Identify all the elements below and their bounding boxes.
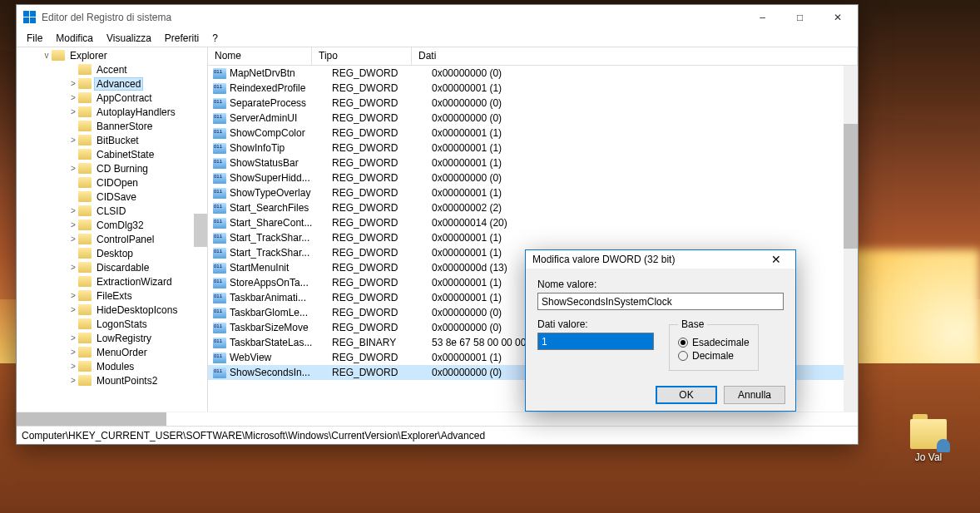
tree-item-modules[interactable]: >Modules bbox=[17, 359, 207, 373]
expand-icon[interactable]: > bbox=[68, 79, 78, 88]
col-header-data[interactable]: Dati bbox=[412, 47, 858, 65]
list-row[interactable]: ShowTypeOverlayREG_DWORD0x00000001 (1) bbox=[208, 185, 858, 200]
menu-preferiti[interactable]: Preferiti bbox=[160, 31, 204, 46]
tree-item-clsid[interactable]: >CLSID bbox=[17, 204, 207, 218]
dialog-titlebar[interactable]: Modifica valore DWORD (32 bit) ✕ bbox=[526, 250, 795, 269]
list-row[interactable]: ServerAdminUIREG_DWORD0x00000000 (0) bbox=[208, 111, 858, 126]
menu-file[interactable]: File bbox=[22, 31, 47, 46]
radio-dec-dot[interactable] bbox=[678, 351, 688, 361]
tree-scrollbar-thumb[interactable] bbox=[194, 214, 207, 247]
expand-icon[interactable]: > bbox=[68, 333, 78, 343]
list-cell-type: REG_DWORD bbox=[332, 97, 432, 109]
dialog-close-button[interactable]: ✕ bbox=[764, 253, 789, 266]
menu-modifica[interactable]: Modifica bbox=[51, 31, 98, 46]
tree-item-accent[interactable]: Accent bbox=[17, 62, 207, 76]
list-row[interactable]: ReindexedProfileREG_DWORD0x00000001 (1) bbox=[208, 81, 858, 96]
tree-item-cidopen[interactable]: CIDOpen bbox=[17, 175, 207, 190]
tree-item-discardable[interactable]: >Discardable bbox=[17, 260, 207, 274]
tree-item-autoplayhandlers[interactable]: >AutoplayHandlers bbox=[17, 105, 207, 119]
radio-hex-dot[interactable] bbox=[678, 338, 688, 348]
value-name-input[interactable] bbox=[537, 293, 784, 310]
expand-icon[interactable]: > bbox=[68, 206, 78, 215]
list-header[interactable]: Nome Tipo Dati bbox=[208, 47, 858, 66]
folder-icon bbox=[78, 177, 92, 188]
tree-item-label: ExtractionWizard bbox=[94, 276, 175, 288]
tree-item-desktop[interactable]: Desktop bbox=[17, 246, 207, 260]
list-row[interactable]: ShowStatusBarREG_DWORD0x00000001 (1) bbox=[208, 155, 858, 170]
collapse-icon[interactable]: v bbox=[42, 51, 52, 60]
list-row[interactable]: ShowSuperHidd...REG_DWORD0x00000000 (0) bbox=[208, 170, 858, 185]
expand-icon[interactable]: > bbox=[68, 376, 78, 385]
list-row[interactable]: ShowInfoTipREG_DWORD0x00000001 (1) bbox=[208, 141, 858, 155]
tree-item-hidedesktopicons[interactable]: >HideDesktopIcons bbox=[17, 303, 207, 317]
tree-item-cabinetstate[interactable]: CabinetState bbox=[17, 147, 207, 161]
cancel-button[interactable]: Annulla bbox=[724, 386, 785, 404]
list-scrollbar-thumb[interactable] bbox=[844, 124, 858, 249]
tree-item-bannerstore[interactable]: BannerStore bbox=[17, 119, 207, 133]
list-row[interactable]: Start_SearchFilesREG_DWORD0x00000002 (2) bbox=[208, 200, 858, 215]
expand-icon[interactable]: > bbox=[68, 305, 78, 314]
tree-item-comdlg32[interactable]: >ComDlg32 bbox=[17, 218, 207, 232]
tree-item-mountpoints2[interactable]: >MountPoints2 bbox=[17, 373, 207, 387]
folder-icon bbox=[78, 205, 92, 216]
tree-item-label: BannerStore bbox=[94, 121, 155, 132]
tree-item-cidsave[interactable]: CIDSave bbox=[17, 190, 207, 204]
tree-item-logonstats[interactable]: LogonStats bbox=[17, 317, 207, 331]
folder-icon bbox=[78, 262, 92, 273]
list-cell-name: ServerAdminUI bbox=[230, 112, 332, 124]
list-cell-type: REG_BINARY bbox=[332, 337, 432, 348]
expand-icon[interactable]: > bbox=[68, 263, 78, 272]
maximize-button[interactable]: □ bbox=[781, 5, 819, 30]
tree-item-lowregistry[interactable]: >LowRegistry bbox=[17, 331, 207, 345]
horizontal-scrollbar[interactable] bbox=[17, 412, 858, 426]
tree-item-label: AutoplayHandlers bbox=[94, 106, 178, 118]
list-cell-data: 0x00000001 (1) bbox=[432, 187, 858, 199]
hscroll-thumb-left[interactable] bbox=[17, 412, 166, 426]
radio-hex[interactable]: Esadecimale bbox=[678, 337, 750, 348]
tree-item-extractionwizard[interactable]: ExtractionWizard bbox=[17, 274, 207, 289]
list-row[interactable]: ShowCompColorREG_DWORD0x00000001 (1) bbox=[208, 126, 858, 141]
col-header-name[interactable]: Nome bbox=[208, 47, 312, 65]
desktop-icon-joval[interactable]: Jo Val bbox=[910, 419, 947, 463]
tree-item-menuorder[interactable]: >MenuOrder bbox=[17, 345, 207, 359]
radio-dec[interactable]: Decimale bbox=[678, 350, 750, 362]
reg-value-icon bbox=[213, 323, 226, 333]
folder-icon bbox=[78, 78, 92, 89]
tree-item-advanced[interactable]: >Advanced bbox=[17, 76, 207, 91]
tree-item-fileexts[interactable]: >FileExts bbox=[17, 289, 207, 303]
expand-icon[interactable]: > bbox=[68, 234, 78, 244]
expand-icon[interactable]: > bbox=[68, 93, 78, 102]
list-cell-type: REG_DWORD bbox=[332, 187, 432, 199]
expand-icon[interactable]: > bbox=[68, 136, 78, 145]
list-row[interactable]: Start_TrackShar...REG_DWORD0x00000001 (1… bbox=[208, 230, 858, 245]
list-row[interactable]: MapNetDrvBtnREG_DWORD0x00000000 (0) bbox=[208, 66, 858, 81]
expand-icon[interactable]: > bbox=[68, 291, 78, 300]
tree-item-controlpanel[interactable]: >ControlPanel bbox=[17, 232, 207, 246]
expand-icon[interactable]: > bbox=[68, 362, 78, 371]
tree-root[interactable]: v Explorer bbox=[17, 48, 207, 62]
status-path: Computer\HKEY_CURRENT_USER\SOFTWARE\Micr… bbox=[22, 430, 485, 441]
value-data-input[interactable] bbox=[537, 333, 654, 350]
reg-value-icon bbox=[213, 113, 226, 124]
menu-?[interactable]: ? bbox=[207, 31, 223, 46]
reg-value-icon bbox=[213, 83, 226, 94]
expand-icon[interactable]: > bbox=[68, 348, 78, 357]
tree-item-appcontract[interactable]: >AppContract bbox=[17, 91, 207, 105]
list-row[interactable]: SeparateProcessREG_DWORD0x00000000 (0) bbox=[208, 96, 858, 111]
tree-item-bitbucket[interactable]: >BitBucket bbox=[17, 133, 207, 147]
titlebar[interactable]: Editor del Registro di sistema – □ ✕ bbox=[17, 5, 858, 30]
close-button[interactable]: ✕ bbox=[819, 5, 856, 30]
tree-item-label: BitBucket bbox=[94, 135, 141, 146]
tree-pane[interactable]: v Explorer Accent>Advanced>AppContract>A… bbox=[17, 47, 208, 412]
tree-item-label: Accent bbox=[94, 64, 130, 76]
list-row[interactable]: Start_ShareCont...REG_DWORD0x00000014 (2… bbox=[208, 215, 858, 230]
expand-icon[interactable]: > bbox=[68, 107, 78, 116]
minimize-button[interactable]: – bbox=[744, 5, 781, 30]
expand-icon[interactable]: > bbox=[68, 164, 78, 173]
col-header-type[interactable]: Tipo bbox=[312, 47, 412, 65]
expand-icon[interactable]: > bbox=[68, 220, 78, 229]
list-scrollbar[interactable] bbox=[844, 66, 858, 412]
tree-item-cd burning[interactable]: >CD Burning bbox=[17, 161, 207, 175]
menu-visualizza[interactable]: Visualizza bbox=[101, 31, 156, 46]
ok-button[interactable]: OK bbox=[656, 386, 717, 404]
